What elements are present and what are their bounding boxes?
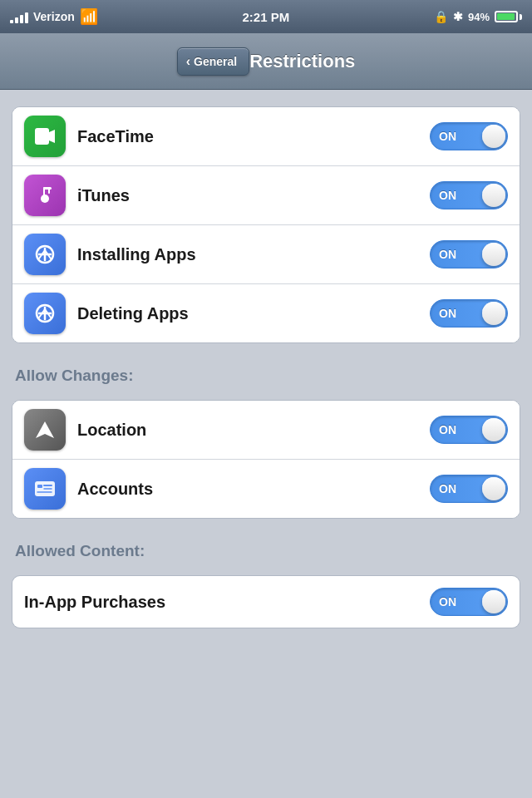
status-time: 2:21 PM [243, 10, 290, 24]
status-bar: Verizon 📶 2:21 PM 🔒 ✱ 94% [0, 0, 532, 33]
status-left: Verizon 📶 [10, 7, 98, 26]
facetime-toggle-knob [482, 125, 505, 148]
navigation-bar: ‹ General Restrictions [0, 33, 532, 90]
svg-marker-1 [49, 130, 55, 143]
itunes-icon [24, 175, 66, 216]
back-button-label: General [194, 55, 237, 68]
signal-bar-4 [25, 12, 28, 23]
allowed-content-header: Allowed Content: [0, 529, 532, 565]
deleting-apps-label: Deleting Apps [77, 304, 430, 323]
in-app-purchases-toggle-knob [482, 590, 505, 613]
allow-changes-group: Location ON Accounts ON [12, 400, 520, 519]
appstore-svg-1 [32, 242, 57, 267]
itunes-svg [33, 184, 57, 207]
facetime-toggle-label: ON [439, 130, 456, 143]
signal-bar-2 [15, 17, 18, 23]
battery-percent: 94% [468, 11, 490, 23]
accounts-icon [24, 468, 66, 510]
facetime-svg [33, 125, 57, 148]
installing-apps-toggle[interactable]: ON [430, 240, 508, 268]
itunes-label: iTunes [77, 186, 430, 205]
deleting-apps-row: Deleting Apps ON [12, 284, 520, 342]
svg-rect-4 [48, 187, 50, 194]
itunes-toggle-knob [482, 184, 505, 207]
accounts-row: Accounts ON [12, 460, 520, 518]
svg-marker-13 [36, 421, 54, 438]
appstore-svg-2 [32, 301, 57, 326]
location-svg [34, 419, 56, 441]
svg-rect-15 [37, 485, 42, 488]
battery-indicator [495, 11, 522, 22]
accounts-label: Accounts [77, 480, 430, 499]
facetime-toggle[interactable]: ON [430, 122, 508, 150]
itunes-row: iTunes ON [12, 166, 520, 225]
location-icon [24, 409, 66, 451]
in-app-purchases-toggle[interactable]: ON [430, 588, 508, 616]
carrier-name: Verizon [33, 10, 75, 23]
deleting-apps-toggle-knob [482, 302, 505, 325]
allowed-content-group: In-App Purchases ON [12, 575, 520, 628]
location-toggle[interactable]: ON [430, 416, 508, 444]
in-app-purchases-label: In-App Purchases [24, 593, 430, 612]
facetime-label: FaceTime [77, 127, 430, 146]
content-area: FaceTime ON iTunes ON [0, 90, 532, 638]
bluetooth-icon: ✱ [453, 10, 463, 23]
installing-apps-toggle-label: ON [439, 248, 456, 261]
in-app-purchases-toggle-label: ON [439, 595, 456, 608]
svg-rect-0 [35, 128, 49, 145]
facetime-row: FaceTime ON [12, 107, 520, 166]
svg-point-6 [42, 196, 47, 202]
installing-apps-icon [24, 234, 66, 275]
deleting-apps-toggle-label: ON [439, 307, 456, 320]
accounts-toggle[interactable]: ON [430, 475, 508, 503]
back-button[interactable]: ‹ General [177, 47, 249, 76]
lock-rotate-icon: 🔒 [434, 10, 448, 23]
signal-bars [10, 10, 28, 23]
chevron-left-icon: ‹ [186, 54, 190, 69]
page-title: Restrictions [249, 51, 355, 72]
location-row: Location ON [12, 401, 520, 460]
accounts-svg [33, 477, 57, 500]
facetime-icon [24, 116, 66, 157]
installing-apps-toggle-knob [482, 243, 505, 266]
status-right: 🔒 ✱ 94% [434, 10, 522, 23]
accounts-toggle-label: ON [439, 482, 456, 495]
installing-apps-label: Installing Apps [77, 245, 430, 264]
accounts-toggle-knob [482, 477, 505, 500]
signal-bar-3 [20, 15, 23, 23]
wifi-icon: 📶 [80, 7, 98, 26]
main-settings-group: FaceTime ON iTunes ON [12, 106, 520, 343]
location-toggle-label: ON [439, 423, 456, 436]
deleting-apps-icon [24, 293, 66, 334]
in-app-purchases-row: In-App Purchases ON [12, 576, 520, 628]
itunes-toggle[interactable]: ON [430, 181, 508, 209]
installing-apps-row: Installing Apps ON [12, 225, 520, 284]
location-label: Location [77, 421, 430, 440]
allow-changes-header: Allow Changes: [0, 353, 532, 390]
itunes-toggle-label: ON [439, 189, 456, 202]
location-toggle-knob [482, 418, 505, 441]
signal-bar-1 [10, 20, 13, 23]
deleting-apps-toggle[interactable]: ON [430, 299, 508, 328]
